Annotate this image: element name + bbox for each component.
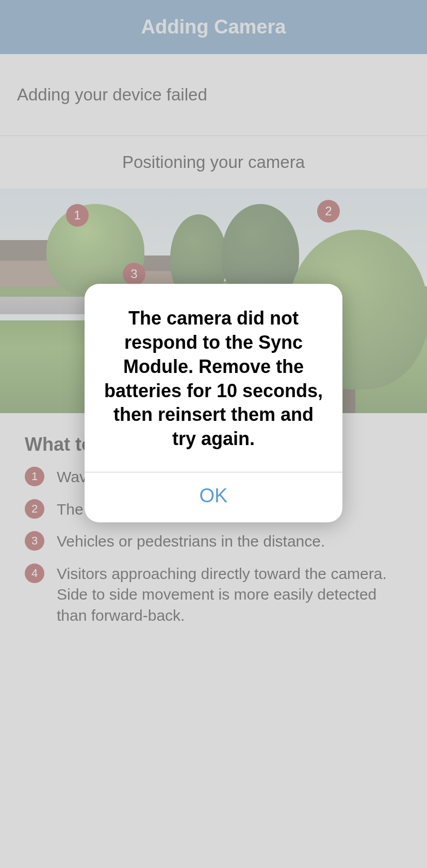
ok-button[interactable]: OK (85, 472, 342, 522)
dialog-message: The camera did not respond to the Sync M… (85, 284, 342, 472)
modal-overlay: The camera did not respond to the Sync M… (0, 0, 427, 868)
error-dialog: The camera did not respond to the Sync M… (85, 284, 342, 522)
